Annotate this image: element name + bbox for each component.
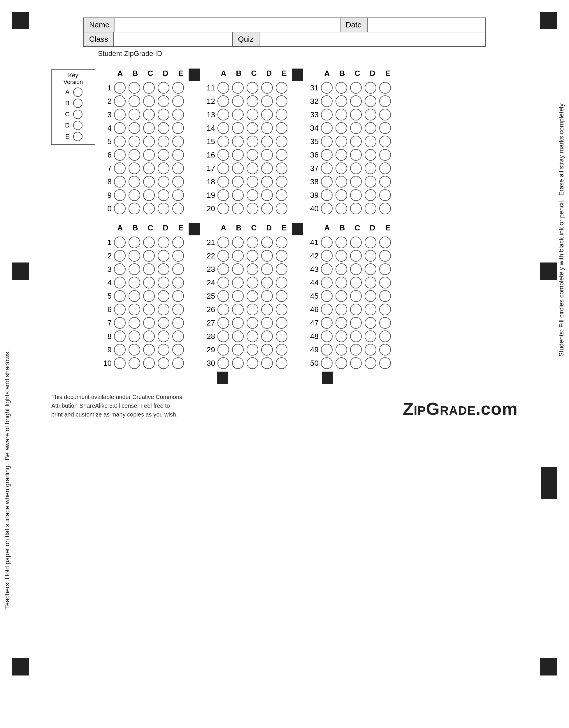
bubble-p2-6b[interactable] [129, 304, 140, 315]
bubble-p2-9d[interactable] [158, 344, 169, 356]
bubble-11e[interactable] [276, 82, 287, 94]
bubble-8a[interactable] [114, 176, 126, 188]
bubble-12b[interactable] [232, 95, 244, 107]
bubble-p2-3c[interactable] [143, 263, 155, 275]
bubble-13a[interactable] [218, 109, 229, 120]
bubble-p2-10b[interactable] [129, 357, 140, 369]
key-bubble-e[interactable] [73, 132, 83, 141]
bubble-0c[interactable] [143, 203, 155, 214]
bubble-15d[interactable] [261, 136, 273, 147]
bubble-41e[interactable] [379, 237, 391, 248]
bubble-49e[interactable] [379, 344, 391, 356]
bubble-26c[interactable] [247, 304, 258, 315]
bubble-47b[interactable] [335, 317, 347, 329]
bubble-30e[interactable] [276, 357, 287, 369]
bubble-40b[interactable] [335, 203, 347, 214]
bubble-46b[interactable] [335, 304, 347, 315]
bubble-p2-1b[interactable] [129, 237, 140, 248]
bubble-11a[interactable] [218, 82, 229, 94]
bubble-41b[interactable] [335, 237, 347, 248]
bubble-22a[interactable] [218, 250, 229, 262]
bubble-18c[interactable] [247, 176, 258, 188]
bubble-47a[interactable] [321, 317, 332, 329]
bubble-35c[interactable] [350, 136, 362, 147]
bubble-32a[interactable] [321, 95, 332, 107]
bubble-8b[interactable] [129, 176, 140, 188]
bubble-16b[interactable] [232, 149, 244, 161]
bubble-40a[interactable] [321, 203, 332, 214]
bubble-33d[interactable] [365, 109, 376, 120]
bubble-13d[interactable] [261, 109, 273, 120]
bubble-9d[interactable] [158, 189, 169, 201]
bubble-25b[interactable] [232, 290, 244, 302]
bubble-32b[interactable] [335, 95, 347, 107]
bubble-38c[interactable] [350, 176, 362, 188]
bubble-19a[interactable] [218, 189, 229, 201]
bubble-15e[interactable] [276, 136, 287, 147]
bubble-p2-2a[interactable] [114, 250, 126, 262]
bubble-6e[interactable] [172, 149, 184, 161]
key-bubble-a[interactable] [73, 87, 83, 97]
bubble-7a[interactable] [114, 162, 126, 174]
bubble-p2-1c[interactable] [143, 237, 155, 248]
bubble-4c[interactable] [143, 122, 155, 134]
bubble-24d[interactable] [261, 277, 273, 288]
bubble-22c[interactable] [247, 250, 258, 262]
bubble-p2-3d[interactable] [158, 263, 169, 275]
bubble-16d[interactable] [261, 149, 273, 161]
bubble-28e[interactable] [276, 330, 287, 342]
bubble-12a[interactable] [218, 95, 229, 107]
bubble-15b[interactable] [232, 136, 244, 147]
bubble-7c[interactable] [143, 162, 155, 174]
bubble-14c[interactable] [247, 122, 258, 134]
bubble-24a[interactable] [218, 277, 229, 288]
bubble-44a[interactable] [321, 277, 332, 288]
bubble-19e[interactable] [276, 189, 287, 201]
key-bubble-d[interactable] [73, 121, 83, 130]
bubble-49b[interactable] [335, 344, 347, 356]
bubble-39a[interactable] [321, 189, 332, 201]
bubble-5c[interactable] [143, 136, 155, 147]
bubble-45e[interactable] [379, 290, 391, 302]
bubble-41a[interactable] [321, 237, 332, 248]
bubble-24e[interactable] [276, 277, 287, 288]
bubble-20b[interactable] [232, 203, 244, 214]
bubble-49d[interactable] [365, 344, 376, 356]
bubble-p2-8c[interactable] [143, 330, 155, 342]
bubble-4b[interactable] [129, 122, 140, 134]
bubble-p2-8b[interactable] [129, 330, 140, 342]
bubble-39e[interactable] [379, 189, 391, 201]
bubble-11d[interactable] [261, 82, 273, 94]
bubble-45a[interactable] [321, 290, 332, 302]
bubble-p2-3e[interactable] [172, 263, 184, 275]
bubble-4d[interactable] [158, 122, 169, 134]
bubble-28d[interactable] [261, 330, 273, 342]
key-bubble-c[interactable] [73, 110, 83, 119]
bubble-21b[interactable] [232, 237, 244, 248]
bubble-43d[interactable] [365, 263, 376, 275]
bubble-20d[interactable] [261, 203, 273, 214]
bubble-p2-4d[interactable] [158, 277, 169, 288]
bubble-31d[interactable] [365, 82, 376, 94]
bubble-p2-7b[interactable] [129, 317, 140, 329]
bubble-3e[interactable] [172, 109, 184, 120]
bubble-14e[interactable] [276, 122, 287, 134]
bubble-9e[interactable] [172, 189, 184, 201]
bubble-27a[interactable] [218, 317, 229, 329]
bubble-38e[interactable] [379, 176, 391, 188]
bubble-7e[interactable] [172, 162, 184, 174]
bubble-35d[interactable] [365, 136, 376, 147]
bubble-p2-6c[interactable] [143, 304, 155, 315]
bubble-0a[interactable] [114, 203, 126, 214]
bubble-47c[interactable] [350, 317, 362, 329]
bubble-p2-4c[interactable] [143, 277, 155, 288]
bubble-30c[interactable] [247, 357, 258, 369]
bubble-p2-4a[interactable] [114, 277, 126, 288]
bubble-47d[interactable] [365, 317, 376, 329]
bubble-5a[interactable] [114, 136, 126, 147]
bubble-36d[interactable] [365, 149, 376, 161]
bubble-23b[interactable] [232, 263, 244, 275]
bubble-26a[interactable] [218, 304, 229, 315]
bubble-43c[interactable] [350, 263, 362, 275]
bubble-4e[interactable] [172, 122, 184, 134]
